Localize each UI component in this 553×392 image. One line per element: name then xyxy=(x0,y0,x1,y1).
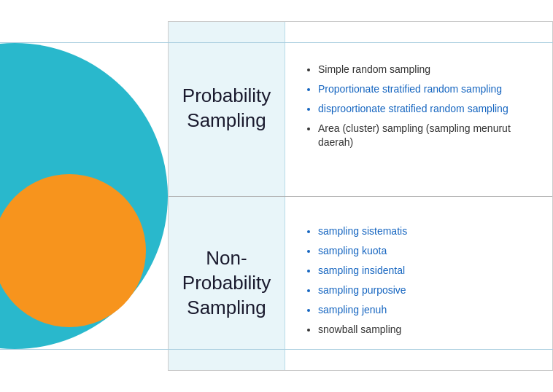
list-item: disproortionate stratified random sampli… xyxy=(318,102,538,116)
list-item: Area (cluster) sampling (sampling menuru… xyxy=(318,122,538,149)
list-item: sampling purposive xyxy=(318,283,407,297)
list-item: sampling jenuh xyxy=(318,303,407,317)
list-item: sampling sistematis xyxy=(318,224,407,238)
non-probability-section: Non-ProbabilitySampling sampling sistema… xyxy=(169,197,552,371)
diagram-wrapper: ProbabilitySampling Simple random sampli… xyxy=(0,21,553,371)
list-item: sampling kuota xyxy=(318,244,407,258)
list-item: Simple random sampling xyxy=(318,63,538,77)
content-area: ProbabilitySampling Simple random sampli… xyxy=(168,21,553,371)
non-probability-title: Non-ProbabilitySampling xyxy=(182,246,271,320)
probability-list: Simple random sampling Proportionate str… xyxy=(285,22,552,196)
non-probability-list: sampling sistematis sampling kuota sampl… xyxy=(285,197,552,371)
probability-title-box: ProbabilitySampling xyxy=(169,22,285,196)
probability-section: ProbabilitySampling Simple random sampli… xyxy=(169,22,552,197)
list-item: snowball sampling xyxy=(318,323,407,337)
list-item: Proportionate stratified random sampling xyxy=(318,82,538,96)
list-item: sampling insidental xyxy=(318,264,407,278)
probability-items: Simple random sampling Proportionate str… xyxy=(307,63,538,154)
circle-area xyxy=(0,21,168,371)
main-container: ProbabilitySampling Simple random sampli… xyxy=(0,0,553,392)
orange-circle xyxy=(0,174,146,327)
non-probability-items: sampling sistematis sampling kuota sampl… xyxy=(307,224,407,342)
non-probability-title-box: Non-ProbabilitySampling xyxy=(169,197,285,371)
probability-title: ProbabilitySampling xyxy=(182,84,271,133)
